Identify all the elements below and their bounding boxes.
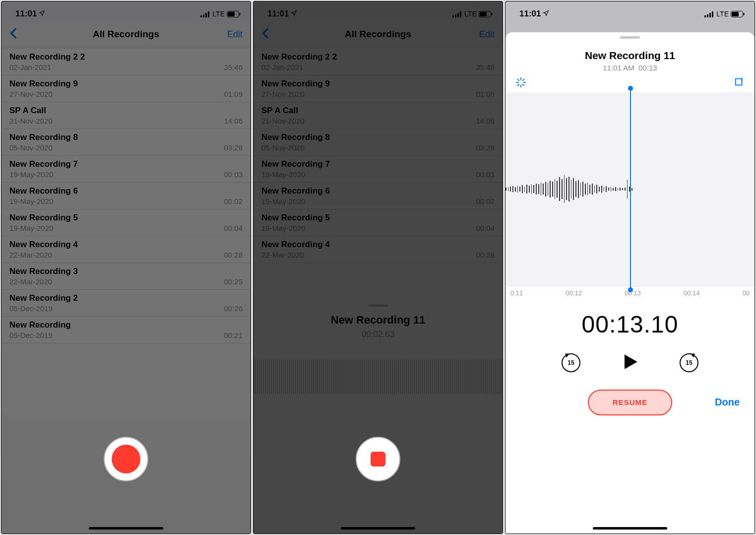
recording-row-duration: 00:21 xyxy=(224,331,243,339)
recording-row-title: New Recording 5 xyxy=(261,213,495,223)
recording-row-date: 05-Nov-2020 xyxy=(9,143,53,152)
recording-row[interactable]: New Recording 805-Nov-202003:28 xyxy=(253,129,503,156)
recording-row-duration: 03:28 xyxy=(224,143,243,152)
edit-button[interactable]: Edit xyxy=(479,29,495,40)
recording-row[interactable]: New Recording 519-May-202000:04 xyxy=(1,209,251,236)
recording-title[interactable]: New Recording 11 xyxy=(505,50,755,62)
bottom-actions: RESUME Done xyxy=(505,397,755,408)
recording-row-date: 21-Nov-2020 xyxy=(9,117,53,125)
recording-row[interactable]: New Recording 927-Nov-202001:09 xyxy=(253,75,503,102)
skip-back-15-button[interactable]: 15 xyxy=(562,353,580,372)
stop-button[interactable] xyxy=(356,437,400,481)
recording-row-date: 19-May-2020 xyxy=(261,170,305,179)
svg-rect-5 xyxy=(228,12,235,16)
recording-row-date: 27-Nov-2020 xyxy=(261,90,305,98)
time-scale-tick: 00:12 xyxy=(566,289,582,297)
recording-title: New Recording 11 xyxy=(253,314,503,327)
recording-row-title: New Recording 2 2 xyxy=(9,52,243,62)
status-bar: 11:01 LTE xyxy=(1,1,251,23)
recording-row-title: New Recording 2 2 xyxy=(261,52,495,62)
playhead[interactable] xyxy=(630,88,631,290)
svg-rect-29 xyxy=(736,79,742,85)
enhance-icon[interactable] xyxy=(515,77,526,90)
recording-row-duration: 00:28 xyxy=(476,251,495,259)
screen-3-playback: 11:01 LTE New Recording 11 11:01 AM 00:1… xyxy=(505,1,755,534)
svg-rect-8 xyxy=(455,14,456,17)
recording-row[interactable]: New Recording 422-Mar-202000:28 xyxy=(1,236,251,263)
svg-rect-9 xyxy=(457,13,459,17)
recording-row-duration: 00:03 xyxy=(476,170,495,179)
time-scale-tick: 00 xyxy=(743,289,750,297)
svg-rect-15 xyxy=(707,14,708,17)
recording-row-title: New Recording 2 xyxy=(9,293,243,303)
recording-row[interactable]: New Recording 619-May-202000:02 xyxy=(253,183,503,209)
recording-row-title: New Recording 7 xyxy=(9,159,243,169)
resume-button[interactable]: RESUME xyxy=(588,390,672,415)
edit-button[interactable]: Edit xyxy=(227,29,243,40)
record-button[interactable] xyxy=(104,437,148,481)
recording-row-duration: 00:26 xyxy=(224,304,243,313)
svg-rect-10 xyxy=(460,11,461,17)
waveform-panel[interactable] xyxy=(505,92,755,286)
recording-sheet[interactable]: New Recording 11 00:02.63 xyxy=(253,300,503,534)
recording-row-duration: 00:04 xyxy=(224,224,243,232)
home-indicator[interactable] xyxy=(89,527,163,530)
recording-row[interactable]: New Recording 2 202-Jan-202135:46 xyxy=(253,49,503,75)
play-button[interactable] xyxy=(619,351,641,375)
home-indicator[interactable] xyxy=(341,527,415,530)
recording-row-duration: 14:06 xyxy=(476,117,495,125)
recording-row[interactable]: SP A Call21-Nov-202014:06 xyxy=(1,102,251,129)
location-icon xyxy=(543,10,549,18)
recording-row-duration: 00:28 xyxy=(224,251,243,259)
screen-1-recordings-list: 11:01 LTE All Recordings Edit New Record… xyxy=(1,1,251,534)
network-type: LTE xyxy=(716,10,729,18)
svg-rect-12 xyxy=(480,12,487,16)
recording-row[interactable]: New Recording 205-Dec-201900:26 xyxy=(1,290,251,317)
recording-row[interactable]: New Recording 805-Nov-202003:28 xyxy=(1,129,251,156)
recording-row[interactable]: New Recording 619-May-202000:02 xyxy=(1,183,251,209)
recording-row[interactable]: New Recording05-Dec-201900:21 xyxy=(1,317,251,343)
current-time: 00:13.10 xyxy=(505,311,755,338)
recording-row-duration: 35:46 xyxy=(476,63,495,71)
recording-row[interactable]: New Recording 719-May-202000:03 xyxy=(1,156,251,183)
sheet-grabber[interactable] xyxy=(620,36,640,39)
svg-rect-13 xyxy=(492,13,493,15)
svg-rect-2 xyxy=(205,13,207,17)
recording-row[interactable]: New Recording 422-Mar-202000:28 xyxy=(253,236,503,263)
recording-row-date: 05-Dec-2019 xyxy=(9,331,53,339)
sheet-grabber[interactable] xyxy=(368,304,388,307)
nav-bar: All Recordings Edit xyxy=(1,23,251,45)
recording-row[interactable]: SP A Call21-Nov-202014:06 xyxy=(253,102,503,129)
back-chevron-icon[interactable] xyxy=(261,26,269,42)
recording-row-duration: 00:25 xyxy=(224,277,243,286)
trim-icon[interactable] xyxy=(734,77,745,90)
record-icon xyxy=(112,445,140,473)
recording-row-date: 05-Dec-2019 xyxy=(9,304,53,313)
recording-row-title: New Recording 6 xyxy=(261,186,495,196)
recording-row[interactable]: New Recording 322-Mar-202000:25 xyxy=(1,263,251,290)
battery-icon xyxy=(227,9,241,19)
skip-forward-15-button[interactable]: 15 xyxy=(680,353,698,372)
svg-rect-14 xyxy=(704,15,706,17)
recording-row-title: SP A Call xyxy=(9,106,243,116)
done-button[interactable]: Done xyxy=(715,397,740,408)
recording-row-duration: 00:02 xyxy=(224,197,243,205)
recording-row-date: 19-May-2020 xyxy=(9,224,53,232)
recording-row-title: New Recording 4 xyxy=(261,240,495,250)
recording-row-title: New Recording 7 xyxy=(261,159,495,169)
waveform-bars xyxy=(505,172,632,206)
page-title: All Recordings xyxy=(1,29,251,40)
recording-row[interactable]: New Recording 927-Nov-202001:09 xyxy=(1,75,251,102)
recording-row-date: 19-May-2020 xyxy=(9,197,53,205)
recording-row[interactable]: New Recording 2 202-Jan-202135:46 xyxy=(1,49,251,75)
recording-row[interactable]: New Recording 519-May-202000:04 xyxy=(253,209,503,236)
svg-line-25 xyxy=(518,79,519,81)
back-chevron-icon[interactable] xyxy=(9,26,17,42)
recording-row-title: New Recording 3 xyxy=(9,267,243,276)
svg-rect-0 xyxy=(200,15,202,17)
signal-icon xyxy=(704,9,714,19)
recording-row[interactable]: New Recording 719-May-202000:03 xyxy=(253,156,503,183)
home-indicator[interactable] xyxy=(593,527,667,530)
recording-row-duration: 35:46 xyxy=(224,63,243,71)
svg-line-27 xyxy=(518,84,519,86)
